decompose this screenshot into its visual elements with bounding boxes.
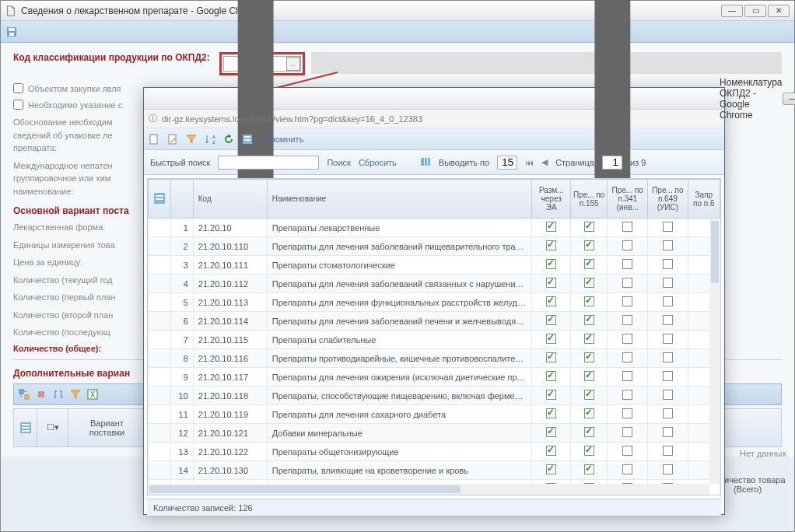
row-ea-cell[interactable] — [532, 443, 571, 461]
row-p649-cell[interactable] — [648, 256, 688, 275]
row-p649-cell[interactable] — [648, 443, 688, 461]
filter-icon[interactable] — [186, 134, 197, 145]
reset-button[interactable]: Сбросить — [359, 158, 397, 167]
row-p341-cell[interactable] — [608, 312, 648, 331]
row-p649-cell[interactable] — [648, 293, 688, 312]
page-input[interactable] — [602, 156, 622, 170]
row-p649-cell[interactable] — [648, 461, 688, 480]
col-num[interactable] — [170, 180, 193, 219]
row-ea-cell[interactable] — [532, 368, 571, 387]
tree-expand-icon[interactable] — [19, 389, 30, 400]
row-ea-cell[interactable] — [532, 293, 571, 312]
row-p341-cell[interactable] — [608, 443, 648, 461]
col-zapr[interactable]: Запр по п.6 — [688, 180, 720, 219]
outer-minimize-button[interactable]: — — [721, 5, 743, 17]
new-icon[interactable] — [149, 134, 159, 145]
row-ea-cell[interactable] — [532, 219, 571, 237]
row-ea-cell[interactable] — [532, 331, 571, 349]
col-code[interactable]: Код — [193, 180, 267, 219]
info-icon[interactable]: ⓘ — [149, 113, 157, 124]
checkbox-object[interactable] — [13, 83, 23, 93]
row-p155-cell[interactable] — [570, 312, 607, 331]
row-p341-cell[interactable] — [608, 405, 648, 424]
col-razm-ea[interactable]: Разм... через ЭА — [532, 180, 571, 219]
row-p341-cell[interactable] — [608, 368, 648, 387]
row-p341-cell[interactable] — [608, 237, 648, 256]
table-row[interactable]: 421.20.10.112Препараты для лечения забол… — [149, 275, 720, 293]
table-row[interactable]: 1321.20.10.122Препараты общетонизирующие — [149, 443, 720, 461]
per-page-input[interactable] — [497, 156, 517, 170]
row-p341-cell[interactable] — [608, 219, 648, 237]
table-row[interactable]: 1021.20.10.118Препараты, способствующие … — [149, 387, 720, 405]
sort-az-icon[interactable]: AZ — [205, 134, 215, 145]
row-p341-cell[interactable] — [608, 331, 648, 349]
row-p155-cell[interactable] — [570, 405, 607, 424]
refresh-icon[interactable] — [223, 134, 234, 145]
row-p649-cell[interactable] — [648, 387, 688, 405]
row-p155-cell[interactable] — [570, 349, 607, 368]
table-row[interactable]: 321.20.10.111Препараты стоматологические — [149, 256, 720, 275]
quick-search-input[interactable] — [218, 156, 319, 170]
popup-minimize-button[interactable]: — — [783, 93, 795, 105]
checkbox-need[interactable] — [13, 100, 23, 110]
table-row[interactable]: 921.20.10.117Препараты для лечения ожире… — [149, 368, 720, 387]
filter-icon[interactable] — [70, 389, 81, 400]
col-grid-icon[interactable] — [149, 180, 171, 219]
grid-scrollbar-vertical[interactable] — [709, 219, 720, 484]
row-p649-cell[interactable] — [648, 368, 688, 387]
first-page-button[interactable]: ⏮ — [525, 158, 534, 167]
edit-icon[interactable] — [167, 134, 178, 145]
row-p155-cell[interactable] — [570, 237, 607, 256]
export-excel-icon[interactable]: X — [87, 389, 98, 400]
columns-icon[interactable] — [420, 156, 431, 167]
row-p341-cell[interactable] — [608, 293, 648, 312]
variants-grid-select-col[interactable]: ☐▾ — [37, 409, 68, 446]
row-ea-cell[interactable] — [532, 387, 571, 405]
row-p155-cell[interactable] — [570, 368, 607, 387]
row-p155-cell[interactable] — [570, 219, 607, 237]
row-p649-cell[interactable] — [648, 219, 688, 237]
row-p649-cell[interactable] — [648, 349, 688, 368]
row-p155-cell[interactable] — [570, 331, 607, 349]
row-ea-cell[interactable] — [532, 312, 571, 331]
row-ea-cell[interactable] — [532, 424, 571, 443]
row-p341-cell[interactable] — [608, 424, 648, 443]
nomenclature-grid[interactable]: Код Наименование Разм... через ЭА Пре...… — [148, 179, 720, 495]
col-pre-649[interactable]: Пре... по п.649 (УИС) — [648, 180, 688, 219]
row-p341-cell[interactable] — [608, 349, 648, 368]
save-icon[interactable] — [5, 26, 18, 38]
table-row[interactable]: 721.20.10.115Препараты слабительные — [149, 331, 720, 349]
row-p649-cell[interactable] — [648, 275, 688, 293]
row-ea-cell[interactable] — [532, 349, 571, 368]
remember-link[interactable]: Запомнить — [261, 135, 303, 144]
row-p649-cell[interactable] — [648, 331, 688, 349]
row-p649-cell[interactable] — [648, 237, 688, 256]
row-p155-cell[interactable] — [570, 387, 607, 405]
row-ea-cell[interactable] — [532, 237, 571, 256]
row-p649-cell[interactable] — [648, 424, 688, 443]
search-button[interactable]: Поиск — [327, 158, 350, 167]
outer-maximize-button[interactable]: ▭ — [744, 5, 766, 17]
row-p649-cell[interactable] — [648, 405, 688, 424]
table-row[interactable]: 621.20.10.114Препараты для лечения забол… — [149, 312, 720, 331]
row-p155-cell[interactable] — [570, 461, 607, 480]
settings-grid-icon[interactable] — [242, 134, 253, 145]
table-row[interactable]: 121.20.10Препараты лекарственные — [149, 219, 720, 237]
row-p649-cell[interactable] — [648, 312, 688, 331]
outer-close-button[interactable]: ✕ — [768, 5, 790, 17]
row-p341-cell[interactable] — [608, 461, 648, 480]
prev-page-button[interactable]: ◀ — [541, 157, 548, 167]
table-row[interactable]: 1421.20.10.130Препараты, влияющие на кро… — [149, 461, 720, 480]
table-row[interactable]: 821.20.10.116Препараты противодиарейные,… — [149, 349, 720, 368]
row-p155-cell[interactable] — [570, 293, 607, 312]
row-p155-cell[interactable] — [570, 256, 607, 275]
row-p155-cell[interactable] — [570, 443, 607, 461]
table-row[interactable]: 1121.20.10.119Препараты для лечения саха… — [149, 405, 720, 424]
col-pre-155[interactable]: Пре... по п.155 — [570, 180, 607, 219]
col-name[interactable]: Наименование — [267, 180, 532, 219]
variants-col-variant[interactable]: Вариант поставки — [68, 409, 146, 446]
row-ea-cell[interactable] — [532, 256, 571, 275]
sort-icon[interactable] — [53, 389, 64, 400]
tree-collapse-icon[interactable] — [36, 389, 47, 400]
row-p341-cell[interactable] — [608, 387, 648, 405]
